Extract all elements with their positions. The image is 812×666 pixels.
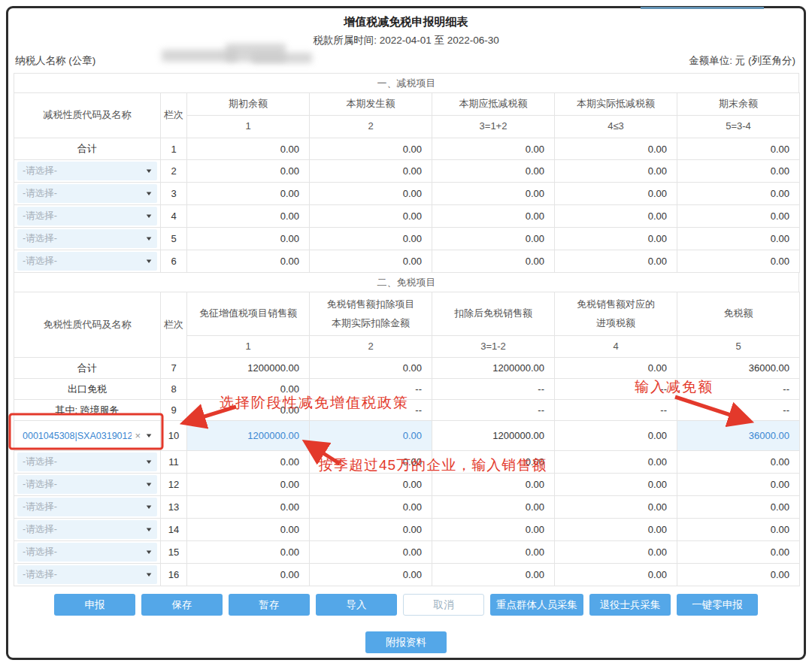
amount-cell: 0.00 — [555, 541, 677, 564]
select-value: -请选择- — [23, 523, 143, 536]
amount-cell: 0.00 — [187, 519, 310, 541]
row-number-cell: 6 — [161, 250, 187, 273]
cancel-button[interactable]: 取消 — [403, 594, 484, 616]
tax-code-select[interactable]: -请选择-▼ — [17, 252, 157, 271]
row-number-cell: 3 — [161, 183, 187, 205]
select-value: -请选择- — [23, 546, 143, 559]
attachment-button[interactable]: 附报资料 — [365, 631, 447, 653]
taxpayer-label: 纳税人名称 (公章) — [15, 54, 95, 68]
row-number-cell: 4 — [161, 205, 187, 228]
unit-label: 金额单位: 元 (列至角分) — [689, 54, 795, 68]
table-row: -请选择-▼150.000.000.000.000.00 — [14, 541, 800, 564]
amount-cell: 0.00 — [187, 564, 310, 586]
caret-down-icon: ▼ — [144, 432, 153, 439]
amount-cell: 36000.00 — [677, 358, 800, 379]
tax-code-select[interactable]: -请选择-▼ — [17, 207, 157, 226]
table-row: -请选择-▼50.000.000.000.000.00 — [14, 228, 800, 250]
row-number-cell: 16 — [161, 564, 187, 586]
key-group-collection-button[interactable]: 重点群体人员采集 — [490, 594, 583, 616]
row-number-cell: 10 — [161, 421, 187, 451]
amount-cell: 0.00 — [187, 496, 310, 519]
tax-code-select[interactable]: -请选择-▼ — [17, 520, 157, 539]
amount-cell: 0.00 — [187, 451, 310, 474]
declare-button[interactable]: 申报 — [54, 594, 135, 616]
tax-code-select[interactable]: -请选择-▼ — [17, 498, 157, 516]
one-click-zero-declare-button[interactable]: 一键零申报 — [677, 594, 758, 616]
caret-down-icon: ▼ — [144, 459, 153, 465]
amount-cell: 0.00 — [187, 138, 310, 160]
tax-code-select-cell: -请选择-▼ — [14, 205, 161, 228]
amount-cell: 0.00 — [677, 228, 800, 250]
tax-code-select[interactable]: -请选择-▼ — [17, 453, 157, 471]
temp-save-button[interactable]: 暂存 — [229, 594, 310, 616]
row-number-cell: 12 — [161, 474, 187, 496]
select-value: -请选择- — [23, 187, 143, 200]
table-row: -请选择-▼30.000.000.000.000.00 — [14, 183, 800, 205]
editable-amount-cell[interactable]: 36000.00 — [677, 421, 800, 451]
editable-amount-cell[interactable]: 0.00 — [310, 421, 432, 451]
amount-cell: 0.00 — [677, 183, 800, 205]
amount-cell: -- — [432, 379, 555, 400]
column-header-name: 减税性质代码及名称 — [14, 93, 161, 138]
amount-cell: 0.00 — [677, 519, 800, 541]
amount-cell: 0.00 — [677, 250, 800, 273]
tax-code-select-cell: -请选择-▼ — [14, 160, 161, 183]
row-number-cell: 5 — [161, 228, 187, 250]
select-value: -请选择- — [23, 232, 143, 245]
column-number: 3=1+2 — [432, 116, 555, 138]
column-header: 本期应抵减税额 — [432, 93, 555, 116]
select-value: -请选择- — [23, 255, 143, 268]
editable-amount-cell[interactable]: 1200000.00 — [187, 421, 310, 451]
amount-cell: 0.00 — [187, 474, 310, 496]
amount-cell: 0.00 — [310, 519, 432, 541]
caret-down-icon: ▼ — [144, 571, 153, 578]
section-title: 一、减税项目 — [14, 73, 799, 92]
row-number-cell: 11 — [161, 451, 187, 474]
amount-cell: 0.00 — [187, 541, 310, 564]
meta-row: 纳税人名称 (公章) 金额单位: 元 (列至角分) — [15, 54, 795, 68]
amount-cell: 0.00 — [677, 541, 800, 564]
tax-code-select[interactable]: -请选择-▼ — [17, 543, 157, 562]
tax-code-select-cell: -请选择-▼ — [14, 474, 161, 496]
tax-code-select-cell: -请选择-▼ — [14, 564, 161, 586]
select-value: -请选择- — [23, 478, 143, 491]
tax-code-select[interactable]: -请选择-▼ — [17, 229, 157, 248]
tax-code-select-cell: -请选择-▼ — [14, 519, 161, 541]
column-number: 3=1-2 — [432, 336, 555, 358]
amount-cell: 0.00 — [310, 205, 432, 228]
column-header: 免税销售额对应的 进项税额 — [555, 292, 677, 336]
tax-code-select[interactable]: 0001045308|SXA03190125×▼ — [17, 426, 157, 445]
row-number-cell: 14 — [161, 519, 187, 541]
column-number: 2 — [310, 336, 432, 358]
column-header: 本期发生额 — [310, 93, 432, 116]
column-header-name: 免税性质代码及名称 — [14, 292, 161, 358]
import-button[interactable]: 导入 — [316, 594, 397, 616]
amount-cell: 0.00 — [187, 250, 310, 273]
save-button[interactable]: 保存 — [141, 594, 223, 616]
toolbar: 申报保存暂存导入取消重点群体人员采集退役士兵采集一键零申报 — [0, 594, 812, 616]
amount-cell: 0.00 — [677, 451, 800, 474]
amount-cell: 0.00 — [677, 205, 800, 228]
row-number-cell: 9 — [161, 400, 187, 421]
row-label-cell: 其中: 跨境服务 — [14, 400, 161, 421]
column-header: 本期实际抵减税额 — [555, 93, 677, 116]
veteran-collection-button[interactable]: 退役士兵采集 — [589, 594, 671, 616]
amount-cell: 0.00 — [432, 564, 555, 586]
tax-code-select[interactable]: -请选择-▼ — [17, 565, 157, 584]
tax-code-select[interactable]: -请选择-▼ — [17, 184, 157, 203]
tax-code-select[interactable]: -请选择-▼ — [17, 475, 157, 494]
caret-down-icon: ▼ — [144, 235, 153, 242]
column-number: 4 — [555, 336, 677, 358]
tax-code-select-cell: -请选择-▼ — [14, 183, 161, 205]
clear-icon[interactable]: × — [135, 430, 141, 441]
tax-code-select[interactable]: -请选择-▼ — [17, 162, 157, 180]
amount-cell: 0.00 — [432, 138, 555, 160]
row-number-cell: 1 — [161, 138, 187, 160]
column-number: 2 — [310, 116, 432, 138]
tax-code-select-cell: -请选择-▼ — [14, 541, 161, 564]
page: 增值税减免税申报明细表 税款所属时间: 2022-04-01 至 2022-06… — [0, 0, 812, 666]
caret-down-icon: ▼ — [144, 549, 153, 556]
amount-cell: 0.00 — [432, 250, 555, 273]
annotation-enter-sales: 按季超过45万的企业，输入销售额 — [319, 456, 547, 475]
row-label-cell: 合计 — [14, 358, 161, 379]
